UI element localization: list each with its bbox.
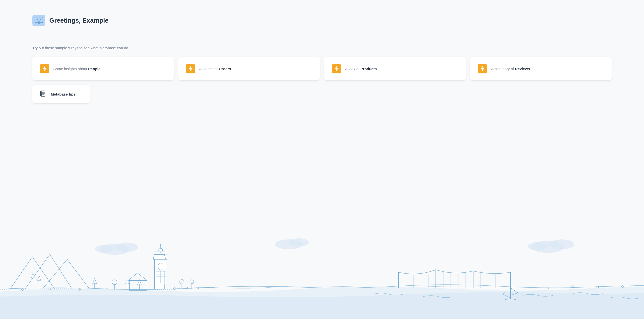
svg-rect-7: [40, 91, 42, 96]
orders-lightning-badge: [186, 64, 195, 73]
svg-point-41: [160, 244, 161, 245]
svg-marker-52: [128, 273, 147, 281]
svg-point-82: [572, 286, 574, 288]
logo-icon: [32, 15, 45, 26]
svg-marker-23: [37, 276, 41, 281]
reviews-card-text: A summary of Reviews: [491, 67, 530, 71]
svg-point-18: [528, 242, 548, 251]
svg-marker-20: [25, 254, 72, 289]
svg-rect-0: [35, 17, 43, 23]
subtitle: Try out these sample x-rays to see what …: [32, 46, 612, 50]
products-lightning-badge: [332, 64, 341, 73]
people-card[interactable]: Some insights about People: [32, 57, 174, 80]
page-wrapper: Greetings, Example Try out these sample …: [0, 0, 644, 319]
svg-rect-51: [130, 281, 147, 290]
people-card-text: Some insights about People: [53, 67, 100, 71]
reviews-lightning-badge: [478, 64, 487, 73]
svg-point-54: [186, 287, 188, 289]
svg-marker-22: [32, 273, 35, 278]
products-card[interactable]: A look at Products: [324, 57, 466, 80]
svg-point-60: [190, 280, 194, 284]
illustration-container: [0, 234, 644, 319]
svg-point-33: [125, 280, 129, 284]
svg-marker-19: [10, 257, 55, 289]
svg-marker-21: [42, 259, 90, 289]
svg-marker-37: [153, 254, 166, 259]
svg-point-13: [95, 245, 114, 253]
svg-marker-29: [93, 278, 96, 284]
svg-point-12: [116, 243, 138, 252]
header-section: Greetings, Example: [32, 15, 612, 26]
products-card-text: A look at Products: [345, 67, 377, 71]
svg-point-17: [549, 239, 574, 249]
svg-point-83: [597, 286, 599, 288]
tips-book-icon: [39, 90, 47, 98]
svg-point-1: [37, 19, 38, 20]
orders-card[interactable]: A glance at Orders: [178, 57, 320, 80]
svg-point-15: [289, 238, 309, 246]
people-lightning-badge: [40, 64, 49, 73]
content-area: Greetings, Example Try out these sample …: [0, 0, 644, 113]
tips-card[interactable]: Metabase tips: [32, 85, 90, 103]
orders-card-text: A glance at Orders: [199, 67, 231, 71]
svg-point-2: [40, 19, 41, 20]
svg-rect-6: [41, 91, 45, 96]
cards-row: Some insights about People A glance at O…: [32, 57, 612, 80]
reviews-card[interactable]: A summary of Reviews: [470, 57, 612, 80]
tips-label: Metabase tips: [51, 92, 76, 96]
greeting-title: Greetings, Example: [49, 17, 108, 24]
